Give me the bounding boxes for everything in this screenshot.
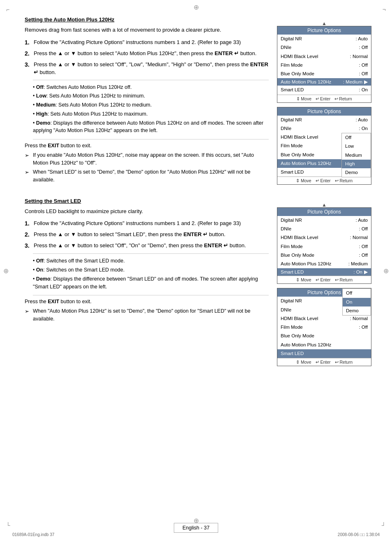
- menu1-footer: ⇕ Move ↵ Enter ↩ Return: [277, 95, 371, 102]
- row6-arrow: ▶: [364, 79, 368, 85]
- section2-note: Press the EXIT button to exit.: [25, 298, 269, 306]
- row1-label: Digital NR: [281, 35, 302, 42]
- s2-menu1-row4: Film Mode: Off: [277, 242, 371, 251]
- m2r2-value: : On: [359, 125, 368, 132]
- menu2-row1: Digital NR: Auto: [277, 116, 371, 124]
- crosshair-left: ⊕: [3, 267, 9, 274]
- s2-footer-move: ⇕ Move: [296, 277, 311, 282]
- menu1-row7: Smart LED: On: [277, 86, 371, 94]
- s2-dropdown-off[interactable]: Off: [343, 289, 371, 297]
- s2-m1r4-value: : Off: [359, 243, 368, 250]
- bullet2: • Low: Sets Auto Motion Plus 120Hz to mi…: [33, 92, 269, 100]
- m2r1-value: : Auto: [356, 116, 368, 123]
- dropdown-demo[interactable]: Demo: [342, 168, 371, 177]
- s2-m2r3-label: HDMI Black Level: [281, 315, 318, 322]
- menu1-row2: DNIe: Off: [277, 43, 371, 52]
- s2-menu1-row6: Auto Motion Plus 120Hz: Medium: [277, 260, 371, 268]
- bullet1: • Off: Switches Auto Motion Plus 120Hz o…: [33, 84, 269, 91]
- s2-footer2-move: ⇕ Move: [296, 360, 311, 365]
- section2: Setting the Smart LED Controls LED backl…: [25, 198, 371, 366]
- s2-m1r3-label: HDMI Black Level: [281, 234, 318, 241]
- s2-step2-num: 2.: [25, 230, 34, 239]
- section1-dropdown: Off Low Medium High Demo: [341, 133, 371, 177]
- m2r6-label: Auto Motion Plus 120Hz: [281, 160, 331, 167]
- s2-dropdown-on[interactable]: On: [343, 298, 371, 306]
- s2-footer-return: ↩ Return: [335, 277, 353, 282]
- s2-arrow-icon1: ➢: [25, 307, 31, 323]
- s2-m1r5-label: Blue Only Mode: [281, 252, 314, 259]
- s2-menu1-up-arrow: ▲: [322, 202, 327, 208]
- dropdown-off[interactable]: Off: [342, 133, 371, 142]
- menu2-row2: DNIe: On: [277, 124, 371, 133]
- s2-bullet1: • Off: Switches off the Smart LED mode.: [33, 257, 269, 265]
- m2r4-label: Film Mode: [281, 142, 303, 149]
- row3-value: : Normal: [350, 53, 368, 60]
- section1-menus: ▲ Picture Options Digital NR: Auto DNIe:…: [277, 26, 371, 186]
- s2-step2-content: Press the ▲ or ▼ button to select "Smart…: [34, 230, 269, 239]
- section1-menu2: Picture Options Digital NR: Auto DNIe: O…: [277, 107, 371, 185]
- enter-icon: ↵: [316, 96, 319, 101]
- menu1-row1: Digital NR: Auto: [277, 35, 371, 43]
- s2-menu1-row7: Smart LED : On ▶: [277, 268, 371, 276]
- menu1-row5: Blue Only Mode: Off: [277, 70, 371, 78]
- s2-m2r1-label: Digital NR: [281, 297, 302, 304]
- section2-menu2: Picture Options Digital NR: Auto DNIe: O…: [277, 288, 371, 366]
- corner-mark-tr: ¬: [383, 6, 386, 13]
- section2-steps: 1. Follow the "Activating Picture Option…: [25, 219, 269, 250]
- s2-menu1-footer: ⇕ Move ↵ Enter ↩ Return: [277, 276, 371, 283]
- step3-content: Press the ▲ or ▼ button to select "Off",…: [34, 60, 269, 77]
- s2-m1r7-right: : On ▶: [353, 269, 368, 275]
- s2-menu2-footer: ⇕ Move ↵ Enter ↩ Return: [277, 358, 371, 366]
- s2-m2r4-label: Film Mode: [281, 324, 303, 331]
- dropdown-high[interactable]: High: [342, 160, 371, 168]
- m2r5-label: Blue Only Mode: [281, 151, 314, 158]
- row4-label: Film Mode: [281, 62, 303, 69]
- section1-step2: 2. Press the ▲ or ▼ button to select "Au…: [25, 49, 269, 58]
- footer-date: 2008-08-06 □□ 1:38:04: [338, 532, 380, 537]
- row6-value: : Medium: [343, 79, 362, 84]
- row4-value: : Off: [359, 62, 368, 69]
- s2-m2r5-label: Blue Only Mode: [281, 332, 314, 339]
- section2-left: Controls LED backlight to maximize pictu…: [25, 207, 269, 366]
- step3-num: 3.: [25, 60, 34, 77]
- section2-step1: 1. Follow the "Activating Picture Option…: [25, 219, 269, 228]
- dropdown-medium[interactable]: Medium: [342, 151, 371, 160]
- move-icon: ⇕: [296, 96, 300, 101]
- arrow-note2-text: When "Smart LED" is set to "Demo", the "…: [33, 168, 269, 184]
- row6-right: : Medium ▶: [343, 79, 368, 85]
- row6-label: Auto Motion Plus 120Hz: [281, 79, 331, 84]
- s2-dropdown-demo[interactable]: Demo: [343, 306, 371, 315]
- section2-menu1-header: ▲ Picture Options: [277, 208, 371, 216]
- arrow-note1-text: If you enable "Auto Motion Plus 120Hz", …: [33, 151, 269, 167]
- section1-note: Press the EXIT button to exit.: [25, 142, 269, 150]
- row5-label: Blue Only Mode: [281, 70, 314, 77]
- section2-arrow-note1: ➢ When "Auto Motion Plus 120Hz" is set t…: [25, 307, 269, 323]
- s2-m2r4-value: : Off: [359, 324, 368, 331]
- section2-step3: 3. Press the ▲ or ▼ button to select "Of…: [25, 241, 269, 250]
- row1-value: : Auto: [356, 35, 368, 42]
- s2-menu2-row6: Auto Motion Plus 120Hz: [277, 341, 371, 349]
- row2-value: : Off: [359, 44, 368, 51]
- footer-move: ⇕ Move: [296, 96, 311, 101]
- s2-menu1-row5: Blue Only Mode: Off: [277, 251, 371, 260]
- page: ⌐ ¬ └ ┘ ⊕ ⊕ ⊕ ⊕ Setting the Auto Motion …: [0, 0, 392, 541]
- dropdown-low[interactable]: Low: [342, 142, 371, 151]
- bullet3: • Medium: Sets Auto Motion Plus 120Hz to…: [33, 101, 269, 109]
- s2-step3-num: 3.: [25, 241, 34, 250]
- section1: Setting the Auto Motion Plus 120Hz Remov…: [25, 16, 371, 186]
- arrow-icon1: ➢: [25, 151, 31, 167]
- s2-m2r6-label: Auto Motion Plus 120Hz: [281, 341, 331, 348]
- s2-arrow-note1-text: When "Auto Motion Plus 120Hz" is set to …: [33, 307, 269, 323]
- section2-menus: ▲ Picture Options Digital NR: Auto DNIe:…: [277, 207, 371, 366]
- menu1-row4: Film Mode: Off: [277, 61, 371, 70]
- section2-dropdown: Off On Demo: [342, 288, 371, 316]
- section2-step2: 2. Press the ▲ or ▼ button to select "Sm…: [25, 230, 269, 239]
- section1-menu1: ▲ Picture Options Digital NR: Auto DNIe:…: [277, 26, 371, 103]
- s2-menu2-row5: Blue Only Mode: [277, 332, 371, 340]
- menu1-row3: HDMI Black Level: Normal: [277, 52, 371, 61]
- footer2-return: ↩ Return: [335, 178, 353, 183]
- m2r1-label: Digital NR: [281, 116, 302, 123]
- s2-footer2-return: ↩ Return: [335, 360, 353, 365]
- section2-menu1: ▲ Picture Options Digital NR: Auto DNIe:…: [277, 207, 371, 284]
- s2-m1r3-value: : Normal: [350, 234, 368, 241]
